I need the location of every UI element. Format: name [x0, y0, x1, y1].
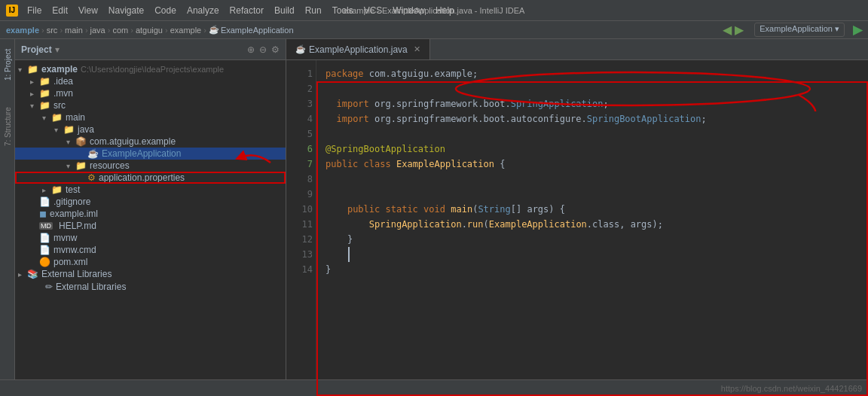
- menu-run[interactable]: Run: [301, 4, 326, 17]
- folder-icon: 📁: [27, 64, 38, 75]
- code-line-10: public static void main(String[] args) {: [326, 202, 859, 217]
- code-line-12: }: [326, 232, 859, 247]
- menu-refactor[interactable]: Refactor: [225, 4, 268, 17]
- settings-action[interactable]: ⚙: [271, 44, 280, 55]
- tree-arrow: ▾: [54, 126, 63, 134]
- iml-icon: ◼: [39, 209, 47, 219]
- panel-title: Project: [21, 44, 52, 55]
- tree-label: mvnw.cmd: [53, 245, 96, 255]
- tree-label: java: [78, 124, 94, 135]
- tree-item-ext-libs[interactable]: ▸ 📚 External Libraries: [15, 268, 286, 280]
- tree-arrow: ▾: [42, 114, 51, 122]
- folder-icon: 📁: [39, 88, 50, 99]
- nav-back[interactable]: ◀: [723, 23, 732, 37]
- panel-actions: ⊕ ⊖ ⚙: [247, 44, 280, 55]
- editor-area: ☕ ExampleApplication.java ✕ 1 2 3 4 5 6 …: [286, 39, 868, 396]
- tree-label: pom.xml: [53, 257, 87, 267]
- folder-icon: 📁: [39, 76, 50, 87]
- nav-fwd[interactable]: ▶: [735, 23, 744, 37]
- tree-arrow: ▸: [42, 186, 51, 194]
- tree-item-java[interactable]: ▾ 📁 java: [15, 123, 286, 136]
- code-line-14: }: [326, 262, 859, 277]
- tree-arrow: ▸: [30, 90, 39, 98]
- md-icon: MD: [39, 222, 53, 230]
- sidebar-item-structure[interactable]: 7: Structure: [2, 104, 14, 149]
- collapse-action[interactable]: ⊖: [259, 44, 267, 55]
- menu-edit[interactable]: Edit: [47, 4, 72, 17]
- nav-arrows: ◀ ▶ ExampleApplication ▾ ▶: [723, 23, 862, 37]
- tree-item-mvnw-cmd[interactable]: 📄 mvnw.cmd: [15, 244, 286, 256]
- sidebar-item-project[interactable]: 1: Project: [2, 42, 14, 87]
- tree-item-example-root[interactable]: ▾ 📁 example C:\Users\dongjie\IdeaProject…: [15, 63, 286, 75]
- tree-arrow: ▾: [30, 102, 39, 110]
- tree-label: resources: [90, 160, 130, 171]
- file-tree: ▾ 📁 example C:\Users\dongjie\IdeaProject…: [15, 60, 286, 396]
- line-numbers: 1 2 3 4 5 6 ▶7 8 9 10 11 12 13 14: [286, 60, 316, 396]
- tree-item-com-atguigu[interactable]: ▾ 📦 com.atguigu.example: [15, 136, 286, 148]
- tree-label: main: [66, 112, 85, 123]
- run-button[interactable]: ▶: [853, 23, 862, 37]
- tree-arrow: ▾: [66, 162, 75, 170]
- java-file-icon: ☕: [87, 148, 99, 159]
- code-line-7: public class ExampleApplication {: [326, 157, 859, 172]
- tree-item-resources[interactable]: ▾ 📁 resources: [15, 160, 286, 172]
- tree-item-pom[interactable]: 🟠 pom.xml: [15, 256, 286, 268]
- folder-icon: 📁: [75, 160, 87, 171]
- panel-dropdown-icon[interactable]: ▾: [55, 44, 60, 55]
- code-line-1: package com.atguigu.example;: [326, 66, 859, 81]
- tree-label: HELP.md: [59, 221, 96, 231]
- tree-label: .mvn: [53, 88, 73, 99]
- window-title: example - ExampleApplication.java - Inte…: [344, 6, 525, 15]
- code-line-5: [326, 126, 859, 142]
- code-line-4: import org.springframework.boot.autoconf…: [326, 111, 859, 126]
- tree-arrow: ▸: [18, 270, 27, 279]
- props-icon: ⚙: [87, 172, 96, 183]
- tree-arrow: ▸: [30, 78, 39, 86]
- code-line-11: SpringApplication.run(ExampleApplication…: [326, 217, 859, 232]
- tree-item-idea[interactable]: ▸ 📁 .idea: [15, 75, 286, 87]
- tab-close-button[interactable]: ✕: [414, 44, 420, 54]
- folder-icon: 📁: [39, 100, 50, 111]
- tree-label: example: [41, 64, 78, 75]
- tree-item-main[interactable]: ▾ 📁 main: [15, 111, 286, 123]
- tree-item-gitignore[interactable]: 📄 .gitignore: [15, 196, 286, 208]
- run-config-label: ExampleApplication ▾: [754, 23, 845, 37]
- menu-file[interactable]: File: [23, 4, 46, 17]
- tree-label: .gitignore: [53, 196, 90, 207]
- tree-item-mvnw[interactable]: 📄 mvnw: [15, 232, 286, 244]
- menu-navigate[interactable]: Navigate: [104, 4, 148, 17]
- folder-icon: 📁: [51, 112, 63, 123]
- tree-path: C:\Users\dongjie\IdeaProjects\example: [81, 65, 224, 74]
- breadcrumb-example[interactable]: example: [6, 26, 39, 35]
- title-bar: IJ File Edit View Navigate Code Analyze …: [0, 0, 868, 21]
- tree-item-scratches[interactable]: ✏ External Libraries: [15, 280, 286, 294]
- tree-item-example-iml[interactable]: ◼ example.iml: [15, 208, 286, 220]
- menu-build[interactable]: Build: [270, 4, 299, 17]
- menu-code[interactable]: Code: [150, 4, 181, 17]
- app-icon: IJ: [6, 5, 18, 17]
- breadcrumb: example › src › main › java › com › atgu…: [0, 21, 868, 39]
- code-content[interactable]: package com.atguigu.example; import org.…: [316, 60, 868, 396]
- code-line-13: [326, 247, 859, 262]
- libs-icon: 📚: [27, 269, 38, 279]
- tree-label: mvnw: [53, 233, 77, 243]
- tree-item-src[interactable]: ▾ 📁 src: [15, 99, 286, 111]
- code-line-9: [326, 187, 859, 202]
- code-line-6: @SpringBootApplication: [326, 142, 859, 157]
- tree-item-example-application[interactable]: ☕ ExampleApplication: [15, 148, 286, 160]
- tree-item-help-md[interactable]: MD HELP.md: [15, 220, 286, 232]
- main-layout: 1: Project 7: Structure Project ▾ ⊕ ⊖ ⚙ …: [0, 39, 868, 396]
- status-url: https://blog.csdn.net/weixin_44421669: [721, 384, 862, 393]
- scratches-icon: ✏: [45, 282, 53, 292]
- editor-tab-example-application[interactable]: ☕ ExampleApplication.java ✕: [286, 39, 430, 59]
- tree-item-mvn[interactable]: ▸ 📁 .mvn: [15, 87, 286, 99]
- tree-label: application.properties: [99, 172, 185, 183]
- tree-item-test[interactable]: ▸ 📁 test: [15, 184, 286, 196]
- menu-analyze[interactable]: Analyze: [182, 4, 224, 17]
- menu-view[interactable]: View: [74, 4, 102, 17]
- tree-item-app-props[interactable]: ⚙ application.properties: [15, 172, 286, 184]
- code-editor[interactable]: 1 2 3 4 5 6 ▶7 8 9 10 11 12 13 14: [286, 60, 868, 396]
- expand-action[interactable]: ⊕: [247, 44, 255, 55]
- tree-label: ExampleApplication: [102, 148, 181, 159]
- pom-icon: 🟠: [39, 257, 50, 267]
